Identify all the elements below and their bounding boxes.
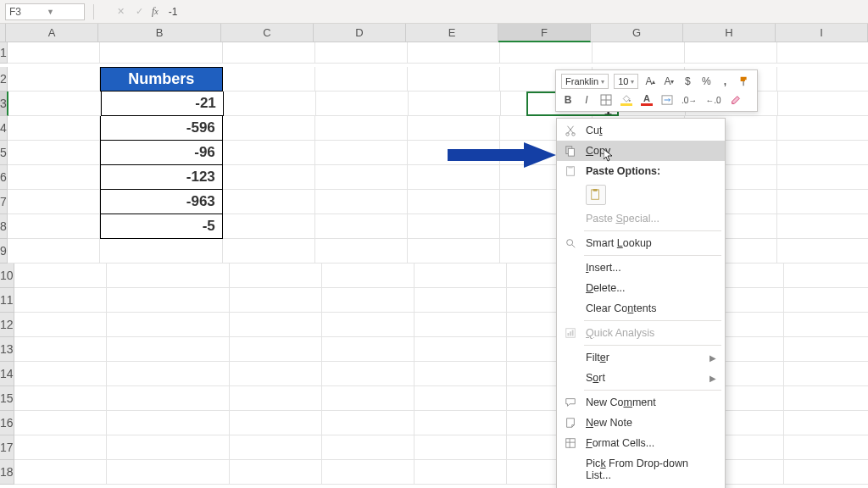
table-cell[interactable]: -123 — [100, 165, 223, 190]
decrease-decimal-icon[interactable]: ←.0 — [704, 92, 722, 108]
fx-icon[interactable]: fx — [152, 5, 159, 18]
font-size-select[interactable]: 10 ▾ — [614, 74, 638, 89]
cell[interactable] — [408, 116, 500, 141]
cell[interactable] — [322, 263, 415, 288]
confirm-icon[interactable]: ✓ — [133, 6, 145, 18]
col-header-H[interactable]: H — [683, 24, 776, 42]
cell[interactable] — [223, 239, 315, 263]
table-cell[interactable]: -21 — [101, 92, 224, 116]
cell[interactable] — [230, 337, 322, 362]
cell[interactable] — [8, 141, 100, 165]
cell[interactable] — [223, 67, 315, 92]
comma-icon[interactable]: , — [718, 74, 732, 89]
cell[interactable] — [316, 92, 409, 116]
cell[interactable] — [777, 67, 868, 92]
cell[interactable] — [315, 165, 408, 190]
format-painter-icon[interactable] — [737, 74, 752, 89]
cell[interactable] — [14, 362, 107, 386]
cell[interactable] — [8, 116, 100, 141]
cell[interactable] — [415, 411, 507, 435]
col-header-G[interactable]: G — [591, 24, 683, 42]
cell[interactable] — [230, 288, 322, 313]
bold-button[interactable]: B — [561, 92, 575, 108]
cell[interactable] — [415, 460, 507, 485]
table-cell[interactable]: -963 — [100, 190, 223, 214]
menu-new-comment[interactable]: New Comment — [557, 392, 725, 413]
cell[interactable] — [107, 337, 230, 362]
fill-color-icon[interactable] — [619, 92, 634, 108]
cell[interactable] — [415, 288, 507, 313]
cell[interactable] — [315, 42, 408, 64]
cell[interactable] — [107, 288, 230, 313]
cell[interactable] — [230, 362, 322, 386]
cell[interactable] — [322, 337, 415, 362]
row-header[interactable]: 16 — [0, 411, 14, 435]
row-header[interactable]: 1 — [0, 42, 8, 64]
paste-option-default[interactable] — [586, 185, 606, 205]
cell[interactable] — [777, 190, 868, 214]
cell[interactable] — [8, 92, 101, 116]
col-header-B[interactable]: B — [98, 24, 221, 42]
cell[interactable] — [777, 214, 868, 239]
cell[interactable] — [230, 460, 322, 485]
cell[interactable] — [14, 337, 107, 362]
cell[interactable] — [230, 313, 322, 337]
row-header[interactable]: 13 — [0, 337, 14, 362]
cell[interactable] — [777, 239, 868, 263]
menu-cut[interactable]: Cut — [557, 120, 725, 141]
cell[interactable] — [315, 67, 408, 92]
cell[interactable] — [500, 42, 593, 64]
cell[interactable] — [230, 386, 322, 411]
cell[interactable] — [408, 214, 500, 239]
font-name-select[interactable]: Franklin ▾ — [561, 74, 609, 89]
col-header-I[interactable]: I — [776, 24, 868, 42]
menu-sort[interactable]: Sort ▶ — [557, 368, 725, 388]
table-cell[interactable]: -5 — [100, 214, 223, 239]
col-header-E[interactable]: E — [406, 24, 498, 42]
table-cell[interactable]: -596 — [100, 116, 223, 141]
cell[interactable] — [784, 386, 868, 411]
cell[interactable] — [784, 263, 868, 288]
formula-text[interactable]: -1 — [169, 6, 178, 18]
row-header[interactable]: 5 — [0, 141, 8, 165]
row-header[interactable]: 9 — [0, 239, 8, 263]
cell[interactable] — [784, 435, 868, 460]
row-header[interactable]: 11 — [0, 288, 14, 313]
border-icon[interactable] — [598, 92, 614, 108]
cell[interactable] — [322, 313, 415, 337]
cell[interactable] — [685, 42, 777, 64]
cell[interactable] — [8, 239, 100, 263]
clear-format-icon[interactable] — [728, 92, 743, 108]
cell[interactable] — [777, 42, 868, 64]
menu-smart-lookup[interactable]: Smart Lookup — [557, 233, 725, 253]
table-cell[interactable]: -96 — [100, 141, 223, 165]
cell[interactable] — [408, 239, 500, 263]
cell[interactable] — [107, 386, 230, 411]
cell[interactable] — [230, 411, 322, 435]
row-header[interactable]: 6 — [0, 165, 8, 190]
cell[interactable] — [415, 337, 507, 362]
merge-icon[interactable] — [659, 92, 675, 108]
chevron-down-icon[interactable]: ▼ — [47, 8, 81, 16]
cell[interactable] — [224, 92, 316, 116]
row-header[interactable]: 15 — [0, 386, 14, 411]
cell[interactable] — [230, 263, 322, 288]
cell[interactable] — [223, 42, 315, 64]
cell[interactable] — [593, 42, 685, 64]
cell[interactable] — [408, 190, 500, 214]
cell[interactable] — [230, 435, 322, 460]
menu-new-note[interactable]: New Note — [557, 413, 725, 433]
cell[interactable] — [322, 460, 415, 485]
cell[interactable] — [778, 92, 868, 116]
cell[interactable] — [8, 190, 100, 214]
cell[interactable] — [322, 386, 415, 411]
cell[interactable] — [100, 239, 223, 263]
row-header[interactable]: 17 — [0, 435, 14, 460]
cell[interactable] — [315, 116, 408, 141]
cell[interactable] — [315, 141, 408, 165]
cell[interactable] — [14, 263, 107, 288]
select-all-corner[interactable] — [0, 24, 6, 42]
cell[interactable] — [322, 362, 415, 386]
italic-button[interactable]: I — [580, 92, 593, 108]
cell[interactable] — [223, 214, 315, 239]
